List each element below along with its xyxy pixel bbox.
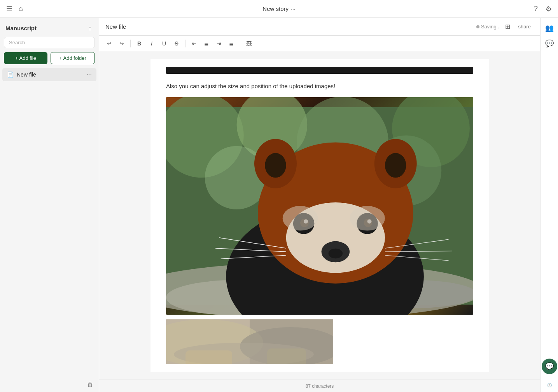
sidebar: Manuscript ↑ + Add file + Add folder 📄 N… bbox=[0, 18, 99, 392]
home-button[interactable]: ⌂ bbox=[17, 3, 24, 14]
italic-icon: I bbox=[151, 40, 152, 47]
add-file-button[interactable]: + Add file bbox=[4, 52, 47, 64]
chat-time: 🕐 bbox=[547, 381, 552, 388]
underline-button[interactable]: U bbox=[159, 38, 170, 49]
comments-panel-button[interactable]: 💬 bbox=[543, 37, 556, 50]
italic-button[interactable]: I bbox=[146, 38, 157, 49]
editor-toolbar: ↩ ↪ B I U S ⇤ ≣ ⇥ ≣ 🖼 bbox=[99, 36, 540, 51]
underline-icon: U bbox=[162, 40, 166, 47]
svg-point-25 bbox=[265, 153, 286, 178]
svg-rect-41 bbox=[267, 348, 306, 364]
align-right-button[interactable]: ⇥ bbox=[213, 38, 224, 49]
story-menu-dots[interactable]: ··· bbox=[291, 6, 296, 12]
sidebar-header: Manuscript ↑ bbox=[0, 18, 99, 37]
image-icon: 🖼 bbox=[246, 40, 252, 47]
strikethrough-icon: S bbox=[175, 40, 178, 47]
editor-title: New file bbox=[105, 23, 472, 30]
home-icon: ⌂ bbox=[19, 5, 23, 13]
saving-dot bbox=[476, 25, 479, 28]
align-justify-button[interactable]: ≣ bbox=[226, 38, 237, 49]
trash-icon[interactable]: 🗑 bbox=[87, 381, 93, 388]
people-panel-button[interactable]: 👥 bbox=[543, 22, 556, 34]
saving-text: Saving... bbox=[481, 24, 501, 30]
black-bar bbox=[166, 67, 473, 74]
menu-button[interactable]: ☰ bbox=[5, 3, 14, 15]
svg-point-22 bbox=[350, 206, 385, 231]
chat-time-label: 🕐 bbox=[547, 383, 552, 387]
file-menu-dots[interactable]: ··· bbox=[87, 71, 92, 78]
upload-icon: ↑ bbox=[88, 24, 92, 32]
settings-icon: ⚙ bbox=[546, 5, 552, 13]
editor-text[interactable]: Also you can adjust the size and positio… bbox=[166, 82, 473, 91]
people-icon: 👥 bbox=[545, 24, 554, 32]
settings-button[interactable]: ⚙ bbox=[544, 3, 553, 15]
toolbar-divider-2 bbox=[185, 40, 185, 47]
file-name: New file bbox=[17, 71, 84, 78]
toolbar-divider-1 bbox=[130, 40, 131, 47]
strikethrough-button[interactable]: S bbox=[171, 38, 182, 49]
right-sidebar: 👥 💬 💬 🕐 bbox=[540, 18, 558, 392]
chat-icon: 💬 bbox=[545, 362, 554, 371]
story-title: New story bbox=[262, 5, 289, 12]
help-icon: ? bbox=[534, 5, 538, 13]
align-right-icon: ⇥ bbox=[217, 40, 221, 47]
toolbar-divider-3 bbox=[240, 40, 240, 47]
share-button[interactable]: share bbox=[515, 22, 534, 31]
hamburger-icon: ☰ bbox=[6, 5, 12, 13]
saving-status: Saving... bbox=[476, 24, 501, 30]
align-center-icon: ≣ bbox=[204, 40, 209, 47]
bold-icon: B bbox=[137, 40, 141, 47]
editor-body[interactable]: Also you can adjust the size and positio… bbox=[99, 51, 540, 380]
main-image-container[interactable] bbox=[166, 97, 473, 315]
main-image[interactable] bbox=[166, 97, 473, 315]
editor-header: New file Saving... ⊞ share bbox=[99, 18, 540, 36]
comment-icon: 💬 bbox=[545, 39, 554, 48]
top-bar-center: New story ··· bbox=[262, 5, 295, 12]
bold-button[interactable]: B bbox=[134, 38, 145, 49]
right-panel: New file Saving... ⊞ share ↩ ↪ B I U S ⇤… bbox=[99, 18, 540, 392]
top-bar: ☰ ⌂ New story ··· ? ⚙ bbox=[0, 0, 558, 18]
sidebar-search bbox=[4, 37, 95, 48]
top-bar-left: ☰ ⌂ bbox=[5, 3, 24, 15]
svg-rect-40 bbox=[185, 350, 232, 364]
align-left-icon: ⇤ bbox=[192, 40, 196, 47]
char-count: 87 characters bbox=[306, 383, 334, 389]
top-bar-right: ? ⚙ bbox=[532, 3, 553, 15]
editor-footer: 87 characters bbox=[99, 380, 540, 392]
align-left-button[interactable]: ⇤ bbox=[189, 38, 199, 49]
sidebar-buttons: + Add file + Add folder bbox=[0, 52, 99, 68]
search-input[interactable] bbox=[4, 37, 95, 48]
editor-content: Also you can adjust the size and positio… bbox=[150, 59, 489, 372]
file-icon: 📄 bbox=[7, 71, 14, 78]
small-image[interactable] bbox=[166, 319, 333, 364]
redo-icon: ↪ bbox=[119, 40, 124, 47]
sidebar-title: Manuscript bbox=[5, 25, 37, 31]
undo-button[interactable]: ↩ bbox=[104, 38, 115, 49]
add-folder-button[interactable]: + Add folder bbox=[51, 52, 95, 64]
main-layout: Manuscript ↑ + Add file + Add folder 📄 N… bbox=[0, 18, 558, 392]
svg-point-14 bbox=[329, 249, 343, 258]
image-button[interactable]: 🖼 bbox=[243, 38, 254, 49]
sidebar-bottom: 🗑 bbox=[0, 377, 99, 392]
layout-toggle-icon[interactable]: ⊞ bbox=[505, 23, 510, 30]
help-button[interactable]: ? bbox=[532, 3, 539, 14]
redo-button[interactable]: ↪ bbox=[116, 38, 127, 49]
upload-button[interactable]: ↑ bbox=[87, 23, 93, 34]
svg-point-21 bbox=[283, 206, 318, 231]
chat-bubble-button[interactable]: 💬 bbox=[542, 359, 557, 374]
file-item[interactable]: 📄 New file ··· bbox=[2, 68, 96, 81]
align-justify-icon: ≣ bbox=[229, 40, 234, 47]
undo-icon: ↩ bbox=[107, 40, 112, 47]
small-image-container[interactable] bbox=[166, 319, 473, 364]
svg-point-26 bbox=[385, 153, 406, 178]
align-center-button[interactable]: ≣ bbox=[201, 38, 212, 49]
